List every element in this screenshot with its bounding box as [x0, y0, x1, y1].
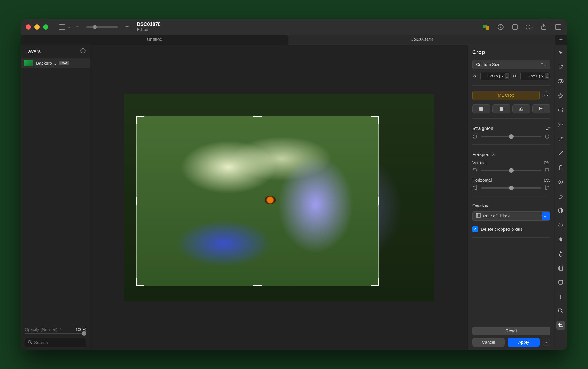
shape-tool[interactable]: [556, 278, 565, 287]
apply-button[interactable]: Apply: [508, 338, 540, 347]
repair-tool[interactable]: [556, 178, 565, 186]
layer-thumbnail: [24, 60, 33, 66]
traffic-lights: [26, 24, 48, 30]
image-content: [265, 196, 276, 204]
style-tool[interactable]: [556, 63, 565, 71]
tab-dsc01878[interactable]: DSC01878: [288, 35, 555, 45]
perspective-horizontal-slider[interactable]: [481, 187, 541, 189]
more-options-button[interactable]: ⋯: [543, 339, 550, 346]
app-window: ⌄ − + DSC01878 Edited ⌄: [21, 19, 567, 350]
crop-selection[interactable]: [137, 116, 378, 286]
magic-wand-tool[interactable]: [556, 135, 565, 143]
crop-handle-bl[interactable]: [136, 278, 144, 286]
crop-tool[interactable]: [556, 321, 565, 330]
zoom-window-button[interactable]: [43, 24, 48, 30]
svg-rect-7: [513, 25, 517, 29]
tab-untitled[interactable]: Untitled: [21, 35, 288, 45]
perspective-vertical-slider[interactable]: [481, 170, 541, 171]
color-adjust-tool[interactable]: [556, 77, 565, 86]
fill-tool[interactable]: [556, 163, 565, 172]
arrow-tool[interactable]: [556, 48, 565, 57]
chevron-updown-icon: ⌃⌄: [541, 214, 546, 218]
crop-handle-tl[interactable]: [136, 116, 144, 124]
flip-vertical-button[interactable]: [512, 104, 530, 113]
rotate-right-button[interactable]: [492, 104, 510, 113]
ml-crop-button[interactable]: ML Crop: [472, 91, 540, 100]
gradient-tool[interactable]: [556, 206, 565, 215]
straighten-label: Straighten: [472, 126, 493, 131]
zoom-out-button[interactable]: −: [74, 24, 80, 30]
crop-handle-left[interactable]: [136, 197, 137, 205]
erase-tool[interactable]: [556, 192, 565, 201]
svg-rect-25: [479, 107, 483, 111]
persp-h-right-icon: [544, 185, 550, 191]
info-icon[interactable]: [497, 23, 505, 31]
vertical-value: 0%: [544, 160, 550, 165]
lasso-tool[interactable]: [556, 120, 565, 129]
zoom-tool[interactable]: [556, 307, 565, 315]
blur-tool[interactable]: [556, 221, 565, 229]
svg-marker-40: [559, 51, 562, 55]
ml-crop-options-button[interactable]: ⋯: [542, 91, 550, 99]
svg-line-56: [562, 312, 563, 313]
width-field[interactable]: 3816 px ▴▾: [480, 72, 510, 80]
height-field[interactable]: 2651 px ▴▾: [520, 72, 550, 80]
clone-tool[interactable]: [556, 264, 565, 272]
svg-line-45: [559, 138, 562, 141]
minimize-window-button[interactable]: [34, 24, 40, 30]
more-circle-icon[interactable]: ⌄: [525, 23, 533, 31]
overlay-select[interactable]: Rule of Thirds ⌃⌄: [472, 211, 550, 221]
panel-toggle-icon[interactable]: [554, 23, 562, 31]
text-tool[interactable]: [556, 292, 565, 301]
sidebar-toggle-button[interactable]: [58, 23, 66, 31]
crop-handle-br[interactable]: [371, 278, 379, 286]
add-layer-button[interactable]: [80, 48, 86, 55]
overlay-label: Overlay: [472, 203, 488, 209]
crop-handle-right[interactable]: [378, 197, 379, 205]
svg-point-11: [529, 27, 529, 27]
compare-icon[interactable]: [482, 23, 490, 31]
layers-search-input[interactable]: [34, 340, 89, 345]
chevron-down-icon: ⌄: [68, 25, 70, 29]
layers-search[interactable]: [25, 338, 86, 347]
effects-tool[interactable]: [556, 92, 565, 100]
svg-marker-27: [519, 107, 521, 110]
zoom-in-button[interactable]: +: [124, 24, 130, 30]
height-value: 2651 px: [528, 73, 543, 78]
cancel-button[interactable]: Cancel: [472, 338, 505, 347]
flip-horizontal-button[interactable]: [532, 104, 550, 113]
perspective-label: Perspective: [472, 152, 496, 157]
svg-rect-14: [555, 25, 561, 29]
add-tab-button[interactable]: +: [555, 35, 567, 45]
reset-button[interactable]: Reset: [472, 327, 550, 335]
smudge-tool[interactable]: [556, 249, 565, 258]
height-stepper[interactable]: ▴▾: [545, 73, 549, 79]
crop-handle-top[interactable]: [253, 116, 262, 117]
straighten-slider[interactable]: [481, 136, 541, 137]
opacity-label: Opacity (Normal): [25, 327, 57, 332]
open-in-window-icon[interactable]: [511, 23, 519, 31]
layer-row-background[interactable]: Backgro… RAW: [21, 58, 90, 68]
opacity-slider[interactable]: [25, 333, 86, 334]
zoom-slider[interactable]: [86, 26, 118, 28]
size-mode-select[interactable]: Custom Size ⌃⌄: [472, 60, 550, 69]
crop-handle-tr[interactable]: [371, 116, 379, 124]
rotate-left-button[interactable]: [472, 104, 490, 113]
width-stepper[interactable]: ▴▾: [505, 73, 509, 79]
svg-marker-34: [546, 186, 549, 190]
svg-rect-44: [559, 108, 563, 112]
sharpen-tool[interactable]: [556, 235, 565, 244]
select-tool[interactable]: [556, 106, 565, 114]
persp-v-top-icon: [472, 168, 478, 173]
rotate-ccw-icon: [472, 134, 478, 139]
titlebar: ⌄ − + DSC01878 Edited ⌄: [21, 19, 567, 35]
share-icon[interactable]: [540, 23, 548, 31]
size-mode-value: Custom Size: [476, 62, 500, 67]
delete-cropped-checkbox[interactable]: ✓: [472, 226, 478, 232]
close-window-button[interactable]: [26, 24, 31, 30]
brush-tool[interactable]: [556, 149, 565, 158]
crop-handle-bottom[interactable]: [253, 285, 262, 286]
canvas-area[interactable]: [90, 45, 468, 350]
chevron-updown-icon: ⇅: [59, 328, 62, 331]
svg-point-51: [559, 223, 563, 227]
